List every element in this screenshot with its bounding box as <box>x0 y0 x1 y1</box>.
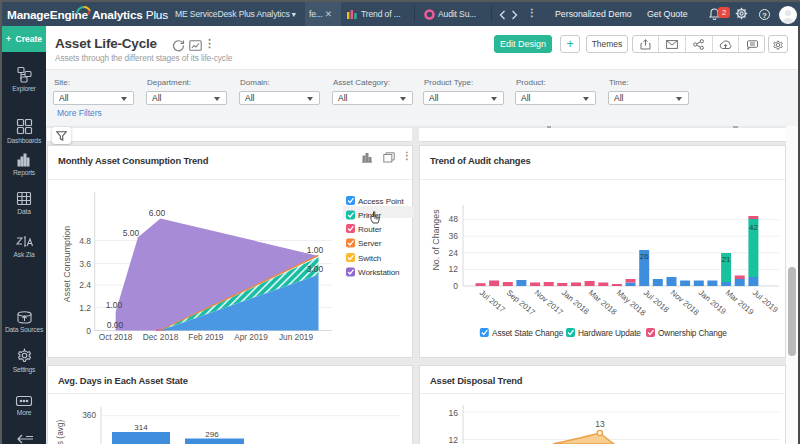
svg-text:1.2: 1.2 <box>79 303 91 313</box>
svg-text:4.8: 4.8 <box>79 236 91 246</box>
svg-text:Jul 2019: Jul 2019 <box>751 288 780 315</box>
svg-text:0: 0 <box>86 326 91 336</box>
svg-text:26: 26 <box>640 252 649 261</box>
svg-text:Hardware Update: Hardware Update <box>578 328 641 338</box>
svg-text:Nov 2018: Nov 2018 <box>669 288 701 317</box>
svg-text:2.4: 2.4 <box>79 280 91 290</box>
svg-text:16: 16 <box>448 408 458 418</box>
svg-text:6.00: 6.00 <box>149 208 166 218</box>
svg-text:No. of Days (avg): No. of Days (avg) <box>55 419 65 444</box>
svg-text:Dec 2018: Dec 2018 <box>143 332 179 342</box>
svg-text:Jul 2017: Jul 2017 <box>478 288 507 315</box>
svg-text:3.6: 3.6 <box>79 259 91 269</box>
svg-text:5.00: 5.00 <box>123 228 140 238</box>
svg-text:Ownership Change: Ownership Change <box>658 328 727 338</box>
svg-text:Jan 2018: Jan 2018 <box>560 288 591 316</box>
svg-text:No. of Changes: No. of Changes <box>431 209 441 271</box>
svg-text:0: 0 <box>453 281 458 291</box>
svg-text:0.00: 0.00 <box>107 320 124 330</box>
svg-text:296: 296 <box>205 430 219 439</box>
svg-text:Mar 2019: Mar 2019 <box>724 288 756 317</box>
svg-text:21: 21 <box>722 255 731 264</box>
svg-text:13: 13 <box>595 419 605 429</box>
svg-text:Mar 2018: Mar 2018 <box>587 288 619 317</box>
svg-text:Jun 2019: Jun 2019 <box>279 332 314 342</box>
svg-text:Asset State Change: Asset State Change <box>492 328 564 338</box>
svg-text:1.00: 1.00 <box>106 300 123 310</box>
svg-text:Apr 2019: Apr 2019 <box>234 332 268 342</box>
svg-text:Feb 2019: Feb 2019 <box>188 332 223 342</box>
svg-text:1.00: 1.00 <box>307 245 324 255</box>
svg-text:36: 36 <box>449 231 459 241</box>
svg-text:Oct 2018: Oct 2018 <box>99 332 133 342</box>
svg-text:Nov 2017: Nov 2017 <box>533 288 565 317</box>
svg-text:Asset Consumption: Asset Consumption <box>62 226 72 302</box>
svg-text:12: 12 <box>449 264 459 274</box>
svg-text:12: 12 <box>448 435 458 444</box>
svg-text:24: 24 <box>449 248 459 258</box>
svg-text:Sep 2017: Sep 2017 <box>505 288 537 317</box>
svg-text:3.00: 3.00 <box>307 264 324 274</box>
svg-text:48: 48 <box>449 214 459 224</box>
svg-text:360: 360 <box>82 410 96 420</box>
svg-text:314: 314 <box>134 423 148 432</box>
svg-text:42: 42 <box>749 223 758 232</box>
svg-text:Jan 2019: Jan 2019 <box>697 288 728 316</box>
